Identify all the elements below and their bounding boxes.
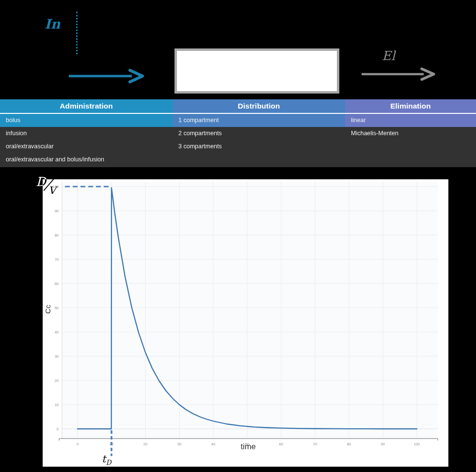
y-tick-label: 0: [57, 427, 59, 431]
plot-area: [62, 182, 438, 439]
x-tick-label: 0: [77, 442, 79, 446]
y-tick-label: 20: [55, 378, 59, 383]
option-distribution-1-compartment[interactable]: 1 compartment: [173, 114, 345, 127]
input-arrow-icon: [67, 68, 145, 84]
initial-concentration-annotation: D⁄V: [36, 174, 56, 196]
option-administration-oral-extravascular-and-bolus-infusion[interactable]: oral/extravascular and bolus/infusion: [0, 153, 173, 166]
x-tick-label: 100: [414, 442, 420, 446]
y-tick-label: 60: [55, 282, 59, 286]
option-administration-oral-extravascular[interactable]: oral/extravascular: [0, 140, 173, 153]
y-tick-label: 30: [55, 354, 59, 359]
y-tick-label: 90: [55, 209, 59, 213]
x-tick-label: 80: [347, 442, 351, 446]
chart-panel: 0102030405060708090100010203040506070809…: [43, 179, 448, 467]
option-administration-bolus[interactable]: bolus: [0, 114, 173, 127]
x-tick-label: 90: [381, 442, 385, 446]
model-selector-table: Administrationbolusinfusionoral/extravas…: [0, 99, 476, 167]
option-elimination-linear[interactable]: linear: [345, 114, 476, 127]
selector-column-elimination: EliminationlinearMichaelis-Menten: [345, 99, 476, 167]
option-distribution-3-compartments[interactable]: 3 compartments: [173, 140, 345, 153]
selector-column-administration: Administrationbolusinfusionoral/extravas…: [0, 99, 173, 167]
x-tick-label: 40: [211, 442, 215, 446]
dose-time-subscript: D: [106, 458, 111, 466]
c0-numerator: D: [36, 174, 46, 189]
column-header-distribution: Distribution: [173, 99, 345, 114]
y-tick-label: 40: [55, 330, 59, 334]
central-compartment-box: [175, 48, 339, 94]
input-label: In: [45, 16, 60, 31]
column-header-elimination: Elimination: [345, 99, 476, 114]
y-tick-label: 80: [55, 233, 59, 237]
selector-column-distribution: Distribution1 compartment2 compartments3…: [173, 99, 345, 167]
column-header-administration: Administration: [0, 99, 173, 114]
x-tick-label: 60: [279, 442, 283, 446]
x-tick-label: 70: [313, 442, 317, 446]
x-tick-label: 20: [143, 442, 147, 446]
y-tick-label: 10: [55, 403, 59, 407]
concentration-time-chart[interactable]: 0102030405060708090100010203040506070809…: [43, 179, 448, 467]
y-axis-title: Cc: [44, 304, 52, 314]
y-tick-label: 50: [55, 306, 59, 310]
option-administration-infusion[interactable]: infusion: [0, 127, 173, 140]
option-distribution-2-compartments[interactable]: 2 compartments: [173, 127, 345, 140]
input-dotted-line-icon: [76, 12, 78, 54]
x-tick-label: 30: [177, 442, 181, 446]
c0-denominator: V: [48, 185, 56, 196]
elimination-label: El: [382, 48, 395, 63]
option-elimination-michaelis-menten[interactable]: Michaelis-Menten: [345, 127, 476, 140]
x-axis-title: time: [240, 442, 255, 451]
y-tick-label: 70: [55, 257, 59, 262]
elimination-arrow-icon: [360, 66, 437, 82]
dose-time-annotation: tD: [102, 454, 111, 466]
